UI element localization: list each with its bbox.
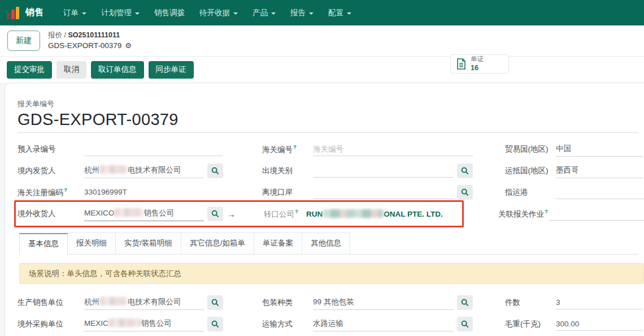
exit-customs-label: 出境关别 xyxy=(262,166,313,176)
status-action-bar: 提交审批 取消 取订单信息 同步单证 xyxy=(0,57,644,83)
menu-sales-transfer[interactable]: 销售调拨 xyxy=(147,5,192,21)
trade-country-label: 贸易国(地区) xyxy=(505,144,556,154)
departure-port-label: 离境口岸 xyxy=(262,187,313,197)
sync-documents-button[interactable]: 同步单证 xyxy=(149,61,194,79)
search-icon-button[interactable] xyxy=(457,295,473,310)
related-declaration-label: 关联报关作业? xyxy=(498,208,549,219)
tab-other-information[interactable]: 其他信息 xyxy=(302,232,350,254)
scenario-notice: 场景说明：单头信息，可含各种关联状态汇总 xyxy=(19,263,644,284)
search-icon xyxy=(211,167,219,175)
tab-basic-info[interactable]: 基本信息 xyxy=(19,233,68,255)
form-sheet: 报关单编号 GDS-EXPORT-00379 预入录编号 海关编号? 贸易国(地… xyxy=(5,83,644,336)
form-row: 境内发货人 杭州电技术有限公司 出境关别 运抵国(地区) 墨西哥 xyxy=(18,160,644,182)
related-declaration-input[interactable] xyxy=(549,208,644,221)
search-icon-button[interactable] xyxy=(457,163,473,178)
production-sales-unit-value[interactable]: 杭州电技术有限公司 xyxy=(84,295,204,310)
app-brand[interactable]: 销售 xyxy=(7,7,43,19)
tab-pane-basic-info: 生产销售单位 杭州电技术有限公司 包装种类 99 其他包装 件数 3 境外采购单… xyxy=(18,284,644,335)
trade-country-value[interactable]: 中国 xyxy=(556,142,643,157)
search-icon xyxy=(211,299,219,307)
pieces-label: 件数 xyxy=(505,298,556,308)
exit-customs-input[interactable] xyxy=(313,165,454,178)
search-icon-button[interactable] xyxy=(457,185,473,200)
tab-other-info-packing-list[interactable]: 其它信息/如箱单 xyxy=(181,232,254,254)
gear-icon[interactable]: ⚙ xyxy=(125,41,132,51)
form-row: 境外采购单位 MEXIC销售公司 运输方式 水路运输 毛重(千克) 300.00 xyxy=(18,313,644,335)
search-icon xyxy=(461,299,469,307)
form-row: 生产销售单位 杭州电技术有限公司 包装种类 99 其他包装 件数 3 xyxy=(18,292,644,313)
destination-port-input[interactable] xyxy=(556,186,644,199)
declaration-number-label: 报关单编号 xyxy=(18,99,644,109)
page-background: 报关单编号 GDS-EXPORT-00379 预入录编号 海关编号? 贸易国(地… xyxy=(0,83,644,336)
redacted-blur xyxy=(99,165,128,174)
help-icon[interactable]: ? xyxy=(545,208,548,214)
search-icon-button[interactable] xyxy=(207,317,223,331)
search-icon-button[interactable] xyxy=(207,163,223,178)
transport-mode-label: 运输方式 xyxy=(262,319,313,329)
form-row: 海关注册编码? 330196999T 离境口岸 指运港 xyxy=(18,182,644,203)
transit-company-value[interactable]: RUNONAL PTE. LTD. xyxy=(306,209,466,218)
declaration-number-value[interactable]: GDS-EXPORT-00379 xyxy=(18,110,638,133)
tab-declaration-details[interactable]: 报关明细 xyxy=(67,232,116,254)
customs-no-input[interactable] xyxy=(313,143,473,156)
redacted-blur xyxy=(323,209,384,218)
breadcrumb: 报价 / SO25101111011 GDS-EXPORT-00379 ⚙ xyxy=(48,30,132,51)
redacted-blur xyxy=(108,318,141,327)
pieces-value[interactable]: 3 xyxy=(556,296,643,309)
breadcrumb-record-link[interactable]: SO25101111011 xyxy=(68,31,120,39)
tab-cargo-packing-details[interactable]: 实货/装箱明细 xyxy=(115,232,181,254)
gross-weight-label: 毛重(千克) xyxy=(505,319,556,329)
app-name: 销售 xyxy=(25,7,43,19)
menu-orders[interactable]: 订单 xyxy=(56,5,94,21)
notebook-tabs: 基本信息 报关明细 实货/装箱明细 其它信息/如箱单 单证备案 其他信息 xyxy=(19,232,638,255)
new-button[interactable]: 新建 xyxy=(7,31,40,51)
menu-reports[interactable]: 报告 xyxy=(283,5,321,21)
search-icon xyxy=(211,320,219,328)
search-icon-button[interactable] xyxy=(457,317,473,331)
domestic-shipper-value[interactable]: 杭州电技术有限公司 xyxy=(84,163,204,178)
fetch-order-info-button[interactable]: 取订单信息 xyxy=(91,61,144,79)
arrival-country-label: 运抵国(地区) xyxy=(505,166,556,176)
help-icon[interactable]: ? xyxy=(295,208,298,214)
pre-entry-no-input[interactable] xyxy=(84,143,223,156)
redacted-blur xyxy=(99,297,128,305)
menu-products[interactable]: 产品 xyxy=(245,5,283,21)
documents-stat-button[interactable]: 单证 16 xyxy=(450,54,509,74)
internal-link-arrow-icon[interactable]: → xyxy=(227,209,238,219)
transport-mode-value[interactable]: 水路运输 xyxy=(313,317,454,331)
chevron-down-icon xyxy=(135,12,140,15)
search-icon-button[interactable] xyxy=(207,295,223,310)
breadcrumb-bar: 新建 报价 / SO25101111011 GDS-EXPORT-00379 ⚙… xyxy=(0,25,644,57)
domestic-shipper-label: 境内发货人 xyxy=(18,166,84,176)
tab-document-filing[interactable]: 单证备案 xyxy=(254,232,302,254)
menu-plan-management[interactable]: 计划管理 xyxy=(94,5,147,21)
overseas-consignee-value[interactable]: MEXICO销售公司 xyxy=(84,206,204,221)
overseas-purchase-unit-label: 境外采购单位 xyxy=(18,319,84,329)
breadcrumb-parent-link[interactable]: 报价 xyxy=(48,31,62,39)
customs-reg-code-value[interactable]: 330196999T xyxy=(84,186,223,199)
packaging-type-value[interactable]: 99 其他包装 xyxy=(313,295,454,310)
chevron-down-icon xyxy=(82,12,86,15)
chevron-down-icon xyxy=(271,12,276,15)
customs-no-label: 海关编号? xyxy=(262,144,313,155)
menu-settings[interactable]: 配置 xyxy=(321,5,359,21)
search-icon xyxy=(211,210,219,218)
menu-pending-receipts[interactable]: 待开收据 xyxy=(192,5,245,21)
departure-port-input[interactable] xyxy=(313,186,454,199)
chevron-down-icon xyxy=(347,12,351,15)
destination-port-label: 指运港 xyxy=(505,187,556,197)
arrival-country-value[interactable]: 墨西哥 xyxy=(556,163,643,178)
transit-company-label: 转口公司? xyxy=(264,208,306,219)
help-icon[interactable]: ? xyxy=(293,144,297,150)
documents-label: 单证 xyxy=(471,55,484,63)
overseas-purchase-unit-value[interactable]: MEXIC销售公司 xyxy=(84,317,204,331)
search-icon xyxy=(461,188,469,196)
form-row-highlighted: 境外收货人 MEXICO销售公司 → 转口公司? RUNONAL PTE. LT… xyxy=(18,203,644,225)
documents-count: 16 xyxy=(471,64,484,72)
submit-approval-button[interactable]: 提交审批 xyxy=(7,61,52,79)
gross-weight-value[interactable]: 300.00 xyxy=(556,318,643,331)
help-icon[interactable]: ? xyxy=(64,187,67,193)
search-icon-button[interactable] xyxy=(207,206,223,221)
cancel-button[interactable]: 取消 xyxy=(56,61,86,79)
document-icon xyxy=(456,58,466,70)
